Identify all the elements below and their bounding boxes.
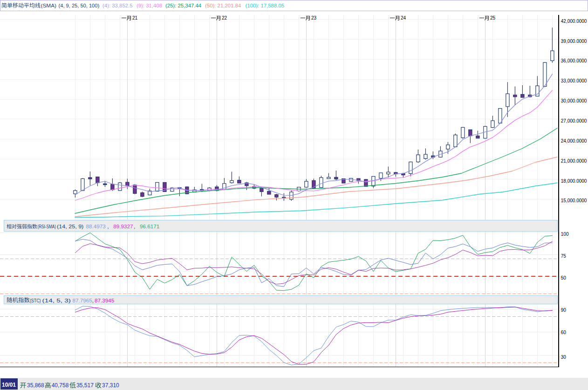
- svg-text:35,517: 35,517: [76, 382, 94, 389]
- svg-text:88.4973: 88.4973: [86, 223, 106, 229]
- svg-text:100: 100: [561, 232, 569, 237]
- svg-text:22: 22: [222, 15, 227, 21]
- svg-text:36,000.0000: 36,000.0000: [561, 58, 587, 63]
- svg-text:(14, 25, 9): (14, 25, 9): [57, 224, 83, 229]
- svg-text:(50): 21,201.84: (50): 21,201.84: [205, 3, 241, 8]
- svg-text:89.9327: 89.9327: [113, 223, 133, 229]
- svg-text:21: 21: [132, 15, 138, 21]
- svg-text:24: 24: [401, 15, 406, 21]
- svg-text:33,000.0000: 33,000.0000: [561, 78, 587, 83]
- svg-text:87.3945: 87.3945: [95, 297, 115, 303]
- svg-text:10/01: 10/01: [2, 382, 16, 388]
- svg-text:21,000.0000: 21,000.0000: [561, 158, 587, 164]
- svg-text:(100): 17,588.05: (100): 17,588.05: [246, 3, 285, 8]
- svg-text:35,868: 35,868: [27, 382, 44, 389]
- svg-text:,: ,: [107, 223, 109, 229]
- svg-text:,: ,: [134, 223, 135, 229]
- svg-text:(4): 33,852.5: (4): 33,852.5: [103, 3, 133, 8]
- svg-text:,: ,: [92, 297, 94, 303]
- svg-text:15,000.0000: 15,000.0000: [561, 198, 587, 203]
- svg-text:(14, 5, 3): (14, 5, 3): [42, 298, 71, 303]
- svg-text:24,000.0000: 24,000.0000: [561, 138, 587, 144]
- svg-text:(RSI-SMA): (RSI-SMA): [38, 224, 56, 229]
- svg-text:(4, 9, 25, 50, 100): (4, 9, 25, 50, 100): [59, 3, 100, 8]
- svg-text:30: 30: [561, 355, 567, 360]
- svg-text:27,000.0000: 27,000.0000: [561, 118, 587, 123]
- svg-text:23: 23: [311, 15, 317, 21]
- svg-text:96.6171: 96.6171: [140, 223, 159, 229]
- svg-text:(25): 25,347.44: (25): 25,347.44: [165, 3, 201, 8]
- svg-text:(9): 31,408: (9): 31,408: [137, 3, 162, 8]
- svg-text:30,000.0000: 30,000.0000: [561, 98, 587, 103]
- svg-text:87.7965: 87.7965: [73, 297, 93, 303]
- svg-text:50: 50: [561, 275, 567, 281]
- svg-text:18,000.0000: 18,000.0000: [561, 178, 587, 184]
- svg-text:90: 90: [561, 308, 567, 313]
- svg-text:(STC): (STC): [30, 298, 41, 303]
- svg-text:60: 60: [561, 330, 567, 335]
- svg-text:25: 25: [490, 15, 496, 21]
- svg-text:(SMA): (SMA): [41, 3, 56, 8]
- svg-text:42,000.0000: 42,000.0000: [561, 19, 587, 24]
- svg-text:75: 75: [561, 253, 567, 259]
- svg-text:37,310: 37,310: [102, 382, 119, 389]
- svg-text:40,758: 40,758: [52, 382, 69, 389]
- svg-text:39,000.0000: 39,000.0000: [561, 39, 587, 44]
